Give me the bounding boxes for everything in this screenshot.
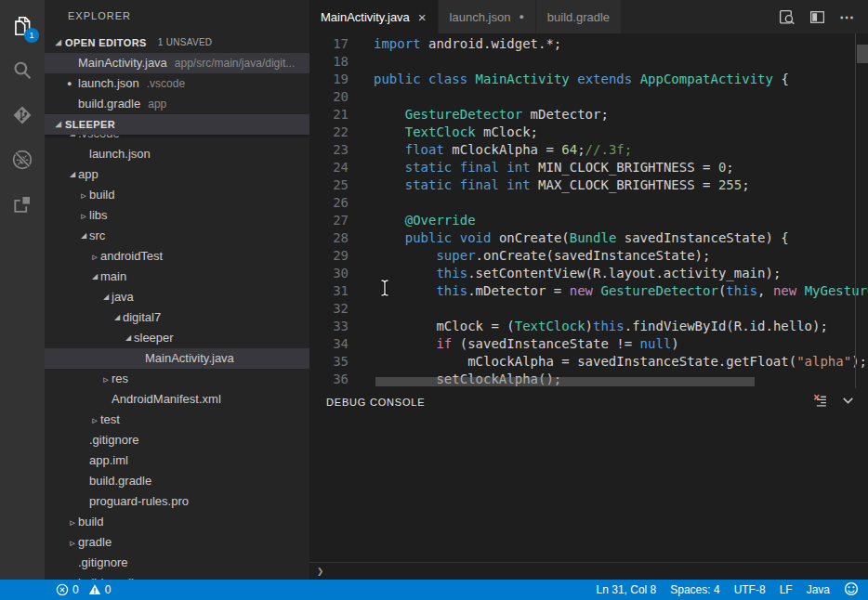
split-editor-icon[interactable] [809,8,826,26]
code-text: GestureDetector mDetector; [374,106,609,124]
source-control-icon[interactable] [0,93,45,137]
search-icon[interactable] [0,48,45,93]
line-number[interactable]: 30 [309,265,374,282]
line-number[interactable]: 35 [309,353,374,371]
line-number[interactable]: 36 [309,371,374,388]
open-preview-icon[interactable] [778,8,796,26]
tree-item-.gitignore[interactable]: .gitignore [45,430,309,450]
close-icon[interactable]: × [418,9,427,25]
tree-item-proguard-rules.pro[interactable]: proguard-rules.pro [45,491,309,512]
tree-item-MainActivity.java[interactable]: MainActivity.java [45,348,309,369]
tree-item-java[interactable]: ◢java [45,287,309,307]
tree-item-src[interactable]: ◢src [45,226,309,246]
code-line-32[interactable]: 32 [309,300,868,318]
tab-MainActivity.java[interactable]: MainActivity.java× [309,0,439,33]
code-line-31[interactable]: 31 this.mDetector = new GestureDetector(… [309,282,868,300]
status-item[interactable]: Java [807,583,830,596]
line-number[interactable]: 24 [309,159,374,176]
tree-item-app.iml[interactable]: app.iml [45,450,309,471]
line-number[interactable]: 27 [309,212,374,229]
open-editor-item[interactable]: MainActivity.javaapp/src/main/java/digit… [45,53,309,73]
line-number[interactable]: 31 [309,282,374,300]
line-number[interactable]: 34 [309,335,374,353]
vertical-scrollbar-thumb[interactable] [857,45,868,63]
debug-icon[interactable] [0,137,45,182]
code-line-18[interactable]: 18 [309,53,868,71]
code-line-35[interactable]: 35 mClockAlpha = savedInstanceState.getF… [309,353,868,371]
code-line-27[interactable]: 27 @Override [309,212,868,229]
tree-item-build[interactable]: ▹build [45,185,309,205]
status-item[interactable]: Spaces: 4 [670,583,719,596]
line-number[interactable]: 21 [309,106,374,124]
tree-item-AndroidManifest.xml[interactable]: AndroidManifest.xml [45,389,309,410]
line-number[interactable]: 18 [309,53,374,71]
tree-item-build.gradle[interactable]: build.gradle [45,471,309,491]
code-line-21[interactable]: 21 GestureDetector mDetector; [309,106,868,124]
open-editor-item[interactable]: build.gradleapp [45,94,309,114]
line-number[interactable]: 17 [309,35,374,53]
tree-item-build.gradle[interactable]: build.gradle [45,573,309,580]
tree-item-res[interactable]: ▹res [45,369,309,389]
line-number[interactable]: 25 [309,176,374,194]
collapse-panel-chevron-icon[interactable] [839,392,857,413]
tree-item-test[interactable]: ▹test [45,410,309,430]
open-editors-header[interactable]: ◢ OPEN EDITORS 1 UNSAVED [45,33,309,53]
horizontal-scrollbar[interactable] [375,377,755,386]
vertical-scrollbar-track[interactable] [855,33,868,388]
debug-console-tab[interactable]: DEBUG CONSOLE [326,397,425,408]
tree-item-build[interactable]: ▹build [45,512,309,532]
line-number[interactable]: 22 [309,124,374,141]
tree-item-label: gradle [78,532,112,553]
dirty-indicator-icon: ● [67,73,78,94]
folder-section-header[interactable]: ◢ SLEEPER [45,114,309,135]
tab-build.gradle[interactable]: build.gradle [536,0,622,33]
line-number[interactable]: 33 [309,318,374,335]
tree-item-digital7[interactable]: ◢digital7 [45,307,309,328]
tree-item-.gitignore[interactable]: .gitignore [45,553,309,573]
tree-item-launch.json[interactable]: launch.json [45,144,309,164]
line-number[interactable]: 28 [309,229,374,247]
code-line-26[interactable]: 26 [309,194,868,212]
code-line-24[interactable]: 24 static final int MIN_CLOCK_BRIGHTNESS… [309,159,868,176]
explorer-icon[interactable]: 1 [0,4,45,48]
clear-console-icon[interactable] [812,393,828,412]
code-line-29[interactable]: 29 super.onCreate(savedInstanceState); [309,247,868,265]
line-number[interactable]: 19 [309,71,374,88]
code-line-20[interactable]: 20 [309,88,868,106]
tree-item-gradle[interactable]: ▹gradle [45,532,309,553]
line-number[interactable]: 23 [309,141,374,159]
feedback-smiley-icon[interactable] [844,581,859,599]
code-line-30[interactable]: 30 this.setContentView(R.layout.activity… [309,265,868,282]
tree-item-.vscode[interactable]: ◢.vscode [45,135,309,144]
code-editor[interactable]: 17import android.widget.*;1819public cla… [309,33,868,388]
extensions-icon[interactable] [0,182,45,227]
tree-item-androidTest[interactable]: ▹androidTest [45,246,309,267]
code-line-22[interactable]: 22 TextClock mClock; [309,124,868,141]
code-line-23[interactable]: 23 float mClockAlpha = 64;//.3f; [309,141,868,159]
status-item[interactable]: LF [780,583,793,596]
code-line-25[interactable]: 25 static final int MAX_CLOCK_BRIGHTNESS… [309,176,868,194]
line-number[interactable]: 20 [309,88,374,106]
status-item[interactable]: UTF-8 [734,583,766,596]
status-item[interactable]: Ln 31, Col 8 [597,583,657,596]
more-actions-icon[interactable]: ⋯ [839,8,855,26]
debug-console-input[interactable]: ❯ [309,562,868,580]
tree-item-libs[interactable]: ▹libs [45,205,309,226]
tree-item-sleeper[interactable]: ◢sleeper [45,328,309,348]
problems-warnings[interactable]: 0 [88,583,112,596]
error-count: 0 [72,583,79,596]
line-number[interactable]: 29 [309,247,374,265]
code-line-33[interactable]: 33 mClock = (TextClock)this.findViewById… [309,318,868,335]
open-editor-item[interactable]: ●launch.json.vscode [45,73,309,94]
code-line-17[interactable]: 17import android.widget.*; [309,35,868,53]
tree-item-main[interactable]: ◢main [45,267,309,287]
debug-console-output[interactable] [309,416,868,562]
line-number[interactable]: 26 [309,194,374,212]
code-line-28[interactable]: 28 public void onCreate(Bundle savedInst… [309,229,868,247]
problems-errors[interactable]: 0 [56,583,79,596]
line-number[interactable]: 32 [309,300,374,318]
tab-launch.json[interactable]: launch.json● [439,0,536,33]
code-line-34[interactable]: 34 if (savedInstanceState != null) [309,335,868,353]
tree-item-app[interactable]: ◢app [45,164,309,185]
code-line-19[interactable]: 19public class MainActivity extends AppC… [309,71,868,88]
